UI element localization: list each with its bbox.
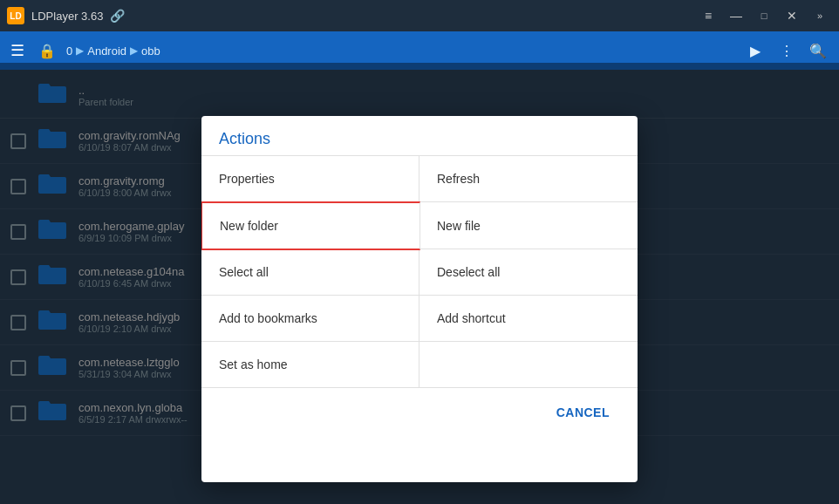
properties-button[interactable]: Properties xyxy=(201,156,420,202)
link-icon: 🔗 xyxy=(110,9,125,23)
maximize-button[interactable]: □ xyxy=(752,5,776,26)
set-as-home-button[interactable]: Set as home xyxy=(201,342,420,388)
title-bar: LD LDPlayer 3.63 🔗 ≡ — □ ✕ » xyxy=(0,0,839,31)
deselect-all-button[interactable]: Deselect all xyxy=(420,249,638,296)
nav-more-button[interactable]: ⋮ xyxy=(773,37,801,65)
nav-forward-button[interactable]: ▶ xyxy=(741,37,769,65)
modal-grid: Properties Refresh New folder New file S… xyxy=(201,155,638,388)
minimize-button[interactable]: — xyxy=(724,5,748,26)
breadcrumb-obb[interactable]: obb xyxy=(141,44,160,58)
new-file-button[interactable]: New file xyxy=(420,202,638,249)
breadcrumb-sep1: ▶ xyxy=(76,44,84,57)
select-all-button[interactable]: Select all xyxy=(201,249,420,296)
refresh-button[interactable]: Refresh xyxy=(420,156,638,202)
hamburger-button[interactable]: ☰ xyxy=(7,37,28,64)
modal-title: Actions xyxy=(219,130,270,147)
app-title: LDPlayer 3.63 xyxy=(31,10,103,23)
app-logo: LD xyxy=(7,7,24,24)
breadcrumb-android[interactable]: Android xyxy=(87,44,126,58)
close-button[interactable]: ✕ xyxy=(780,5,804,26)
breadcrumb-root[interactable]: 0 xyxy=(66,44,72,58)
cancel-button[interactable]: CANCEL xyxy=(542,398,624,426)
nav-search-button[interactable]: 🔍 xyxy=(804,37,832,65)
modal-overlay: Actions Properties Refresh New folder Ne… xyxy=(0,63,839,504)
empty-cell xyxy=(420,342,638,388)
add-to-bookmarks-button[interactable]: Add to bookmarks xyxy=(201,296,420,342)
new-folder-button[interactable]: New folder xyxy=(201,201,420,250)
actions-modal: Actions Properties Refresh New folder Ne… xyxy=(201,116,638,482)
modal-header: Actions xyxy=(201,116,638,155)
add-shortcut-button[interactable]: Add shortcut xyxy=(420,296,638,342)
lock-button[interactable]: 🔒 xyxy=(35,39,59,63)
nav-actions: ▶ ⋮ 🔍 xyxy=(741,37,832,65)
menu-button[interactable]: ≡ xyxy=(696,5,720,26)
modal-footer: CANCEL xyxy=(201,388,638,437)
breadcrumb: 0 ▶ Android ▶ obb xyxy=(66,44,734,58)
breadcrumb-sep2: ▶ xyxy=(130,44,138,57)
app-window: ☰ 🔒 0 ▶ Android ▶ obb ▶ ⋮ 🔍 .. Pa xyxy=(0,31,839,504)
window-controls: ≡ — □ ✕ » xyxy=(696,5,832,26)
title-bar-left: LD LDPlayer 3.63 🔗 xyxy=(7,7,125,24)
expand-button[interactable]: » xyxy=(808,5,832,26)
